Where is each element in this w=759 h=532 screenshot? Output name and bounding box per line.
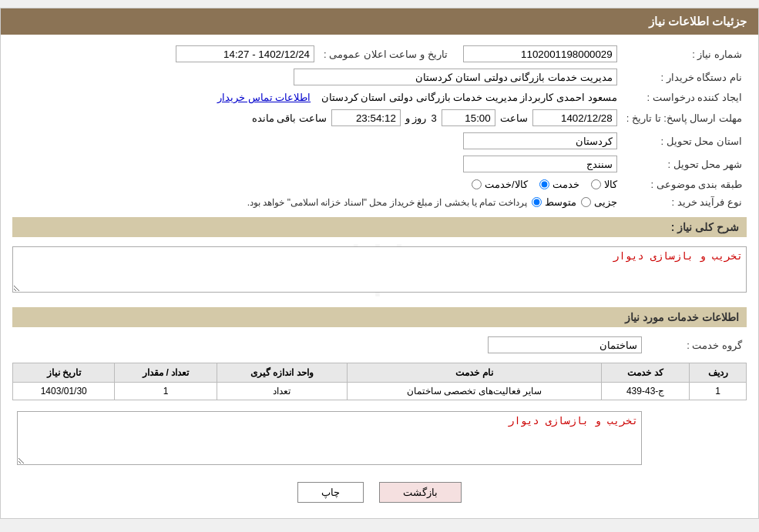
cell-code: ج-43-439 (602, 383, 690, 400)
announcement-datetime-label: تاریخ و ساعت اعلان عمومی : (319, 42, 452, 65)
col-row: ردیف (690, 363, 747, 383)
need-number-label: شماره نیاز : (622, 42, 747, 65)
services-table-header: ردیف کد خدمت نام خدمت واحد اندازه گیری ت… (13, 363, 747, 383)
cell-name: سایر فعالیت‌های تخصصی ساختمان (348, 383, 602, 400)
cell-date: 1403/01/30 (13, 383, 115, 400)
remaining-days-value: 3 (431, 112, 436, 124)
row-category: طبقه بندی موضوعی : کالا خدمت کالا/خدمت (12, 176, 747, 193)
purchase-type-inline: جزیی متوسط پرداخت تمام یا بخشی از مبلغ خ… (17, 196, 617, 208)
remaining-time-input[interactable] (331, 109, 401, 126)
category-khedmat-label: خدمت (552, 179, 579, 190)
announcement-datetime-value (12, 42, 319, 65)
purchase-type-fields: جزیی متوسط پرداخت تمام یا بخشی از مبلغ خ… (12, 193, 622, 211)
col-date: تاریخ نیاز (13, 363, 115, 383)
delivery-province-input[interactable] (463, 132, 617, 149)
service-group-input[interactable] (488, 336, 642, 353)
row-deadline: مهلت ارسال پاسخ: تا تاریخ : ساعت 3 روز و… (12, 106, 747, 129)
delivery-city-value (12, 152, 622, 176)
row-buyer-desc: تخریب و بازسازی دیوار (12, 408, 747, 470)
col-quantity: تعداد / مقدار (115, 363, 217, 383)
deadline-time-label: ساعت (500, 112, 528, 124)
page-title: جزئیات اطلاعات نیاز (649, 15, 747, 28)
need-number-value (452, 42, 622, 65)
purchase-type-note: پرداخت تمام یا بخشی از مبلغ خریداز محل "… (247, 197, 527, 208)
service-group-table: گروه خدمت : (12, 333, 747, 356)
buyer-org-input[interactable] (294, 69, 617, 85)
button-row: بازگشت چاپ (12, 482, 747, 503)
remaining-days-label: روز و (405, 112, 427, 124)
print-button[interactable]: چاپ (297, 482, 364, 503)
deadline-fields: ساعت 3 روز و ساعت باقی مانده (12, 106, 622, 129)
services-table: ردیف کد خدمت نام خدمت واحد اندازه گیری ت… (12, 363, 747, 400)
row-delivery-province: استان محل تحویل : (12, 129, 747, 152)
need-desc-textarea[interactable]: تخریب و بازسازی دیوار (12, 246, 747, 293)
delivery-city-label: شهر محل تحویل : (622, 152, 747, 176)
deadline-date-input[interactable] (532, 109, 617, 126)
delivery-province-label: استان محل تحویل : (622, 129, 747, 152)
cell-quantity: 1 (115, 383, 217, 400)
announcement-datetime-input[interactable] (176, 45, 314, 62)
services-table-header-row: ردیف کد خدمت نام خدمت واحد اندازه گیری ت… (13, 363, 747, 383)
category-kala-khedmat-label: کالا/خدمت (485, 179, 528, 190)
category-kala-label: کالا (604, 179, 617, 190)
need-number-input[interactable] (463, 45, 617, 62)
back-button[interactable]: بازگشت (379, 482, 462, 503)
creator-label: ایجاد کننده درخواست : (622, 89, 747, 106)
col-unit: واحد اندازه گیری (217, 363, 348, 383)
category-kala-khedmat[interactable]: کالا/خدمت (472, 179, 528, 190)
purchase-type-jozii[interactable]: جزیی (581, 196, 617, 208)
deadline-time-input[interactable] (442, 109, 495, 126)
category-khedmat[interactable]: خدمت (539, 179, 579, 190)
row-creator: ایجاد کننده درخواست : مسعود احمدی کاربرد… (12, 89, 747, 106)
buyer-desc-value: تخریب و بازسازی دیوار (12, 408, 646, 470)
buyer-org-label: نام دستگاه خریدار : (622, 65, 747, 89)
purchase-type-motavaset[interactable]: متوسط (532, 196, 576, 208)
purchase-type-jozii-label: جزیی (594, 196, 617, 208)
services-table-body: 1 ج-43-439 سایر فعالیت‌های تخصصی ساختمان… (13, 383, 747, 400)
service-group-label: گروه خدمت : (646, 333, 747, 356)
category-options: کالا خدمت کالا/خدمت (12, 176, 622, 193)
page-header: جزئیات اطلاعات نیاز (1, 8, 758, 35)
reply-deadline-label: مهلت ارسال پاسخ: تا تاریخ : (622, 106, 747, 129)
content-area: شماره نیاز : تاریخ و ساعت اعلان عمومی : … (1, 35, 758, 518)
purchase-type-motavaset-label: متوسط (545, 196, 576, 208)
row-service-group: گروه خدمت : (12, 333, 747, 356)
buyer-org-value (12, 65, 622, 89)
buyer-desc-table: تخریب و بازسازی دیوار (12, 408, 747, 470)
creator-text: مسعود احمدی کاربرداز مدیریت خدمات بازرگا… (321, 92, 617, 103)
row-need-number: شماره نیاز : تاریخ و ساعت اعلان عمومی : (12, 42, 747, 65)
creator-value: مسعود احمدی کاربرداز مدیریت خدمات بازرگا… (12, 89, 622, 106)
remaining-time-label: ساعت باقی مانده (252, 112, 327, 124)
row-buyer-org: نام دستگاه خریدار : (12, 65, 747, 89)
row-purchase-type: نوع فرآیند خرید : جزیی متوسط پرداخت تمام… (12, 193, 747, 211)
delivery-province-value (12, 129, 622, 152)
category-kala-khedmat-radio[interactable] (472, 179, 482, 189)
buyer-desc-textarea[interactable]: تخریب و بازسازی دیوار (17, 411, 642, 465)
category-khedmat-radio[interactable] (539, 179, 549, 189)
services-section-title: اطلاعات خدمات مورد نیاز (12, 307, 747, 327)
need-desc-section-title: شرح کلی نیاز : (12, 217, 747, 237)
row-delivery-city: شهر محل تحویل : (12, 152, 747, 176)
buyer-desc-label (646, 408, 747, 470)
category-kala[interactable]: کالا (591, 179, 617, 190)
delivery-city-input[interactable] (463, 156, 617, 172)
category-kala-radio[interactable] (591, 179, 601, 189)
table-row: 1 ج-43-439 سایر فعالیت‌های تخصصی ساختمان… (13, 383, 747, 400)
purchase-type-label: نوع فرآیند خرید : (622, 193, 747, 211)
page-wrapper: جزئیات اطلاعات نیاز شماره نیاز : تاریخ و… (0, 8, 759, 519)
main-form-table: شماره نیاز : تاریخ و ساعت اعلان عمومی : … (12, 42, 747, 211)
need-desc-container: 🛡 تخریب و بازسازی دیوار (12, 243, 747, 301)
service-group-value (12, 333, 646, 356)
cell-row: 1 (690, 383, 747, 400)
cell-unit: تعداد (217, 383, 348, 400)
purchase-type-motavaset-radio[interactable] (532, 197, 542, 207)
need-desc-label: شرح کلی نیاز : (671, 221, 739, 233)
deadline-inline: ساعت 3 روز و ساعت باقی مانده (17, 109, 617, 126)
col-name: نام خدمت (348, 363, 602, 383)
category-label: طبقه بندی موضوعی : (622, 176, 747, 193)
purchase-type-jozii-radio[interactable] (581, 197, 591, 207)
col-code: کد خدمت (602, 363, 690, 383)
contact-link[interactable]: اطلاعات تماس خریدار (217, 92, 311, 103)
category-radio-group: کالا خدمت کالا/خدمت (472, 179, 617, 190)
